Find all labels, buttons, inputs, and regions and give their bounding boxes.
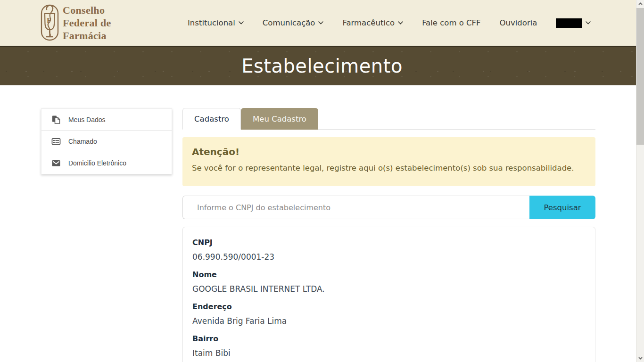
page-title: Estabelecimento <box>241 55 403 77</box>
page: F Conselho Federal de Farmácia Instituci… <box>0 0 644 362</box>
field-label: Endereço <box>192 302 586 311</box>
field-nome: Nome GOOGLE BRASIL INTERNET LTDA. <box>192 270 586 294</box>
field-value: 06.990.590/0001-23 <box>192 252 586 262</box>
sidebar-item-label: Domicilio Eletrônico <box>68 159 126 167</box>
field-bairro: Bairro Itaim Bibi <box>192 334 586 358</box>
scrollbar-thumb[interactable] <box>636 8 644 145</box>
chevron-down-icon <box>398 21 403 25</box>
user-menu[interactable] <box>556 18 591 28</box>
field-value: GOOGLE BRASIL INTERNET LTDA. <box>192 284 586 294</box>
nav-item-farmaceutico[interactable]: Farmacêutico <box>342 18 403 27</box>
cnpj-search-input[interactable] <box>182 196 529 219</box>
header: F Conselho Federal de Farmácia Instituci… <box>0 0 644 46</box>
scroll-down-arrow-icon[interactable] <box>636 354 644 362</box>
field-value: Itaim Bibi <box>192 348 586 358</box>
envelope-icon <box>51 158 61 168</box>
chevron-down-icon <box>239 21 244 25</box>
user-name-redacted <box>556 18 582 28</box>
hero-banner: Estabelecimento <box>0 46 644 85</box>
field-endereco: Endereço Avenida Brig Faria Lima <box>192 302 586 326</box>
field-label: CNPJ <box>192 238 586 247</box>
main-nav: Institucional Comunicação Farmacêutico F… <box>188 0 591 46</box>
brand-name: Conselho Federal de Farmácia <box>63 4 111 42</box>
tab-label: Cadastro <box>194 115 229 123</box>
cnpj-search-row: Pesquisar <box>182 196 595 219</box>
tab-label: Meu Cadastro <box>253 115 306 123</box>
main-content: Cadastro Meu Cadastro Atenção! Se você f… <box>182 108 595 362</box>
brand-line-1: Conselho <box>63 4 111 16</box>
sidebar-item-chamado[interactable]: Chamado <box>41 131 172 152</box>
nav-item-comunicacao[interactable]: Comunicação <box>263 18 324 27</box>
nav-item-label: Institucional <box>188 18 235 27</box>
field-label: Nome <box>192 270 586 279</box>
nav-item-label: Fale com o CFF <box>422 18 480 27</box>
brand-logo[interactable]: F Conselho Federal de Farmácia <box>41 3 111 42</box>
search-button[interactable]: Pesquisar <box>529 196 595 219</box>
alert-title: Atenção! <box>192 146 586 157</box>
chevron-down-icon <box>318 21 323 25</box>
tab-bar: Cadastro Meu Cadastro <box>182 108 595 130</box>
cff-pharmacy-emblem-icon: F <box>41 3 59 42</box>
field-cnpj: CNPJ 06.990.590/0001-23 <box>192 238 586 262</box>
field-value: Avenida Brig Faria Lima <box>192 316 586 326</box>
attention-alert: Atenção! Se você for o representante leg… <box>182 137 595 186</box>
sidebar-item-domicilio-eletronico[interactable]: Domicilio Eletrônico <box>41 152 172 174</box>
copy-documents-icon <box>51 115 61 124</box>
nav-item-label: Ouvidoria <box>500 18 537 27</box>
tab-cadastro[interactable]: Cadastro <box>182 108 241 130</box>
sidebar-item-label: Meus Dados <box>68 116 106 123</box>
nav-item-label: Comunicação <box>263 18 315 27</box>
brand-line-2: Federal de <box>63 16 111 29</box>
vertical-scrollbar[interactable] <box>636 0 644 362</box>
svg-text:F: F <box>47 16 51 25</box>
sidebar-item-label: Chamado <box>68 138 97 145</box>
field-label: Bairro <box>192 334 586 343</box>
list-card-icon <box>51 137 61 146</box>
scroll-up-arrow-icon[interactable] <box>636 0 644 8</box>
nav-item-fale-com-o-cff[interactable]: Fale com o CFF <box>422 18 480 27</box>
nav-item-label: Farmacêutico <box>342 18 395 27</box>
establishment-result-card: CNPJ 06.990.590/0001-23 Nome GOOGLE BRAS… <box>182 227 595 362</box>
nav-item-institucional[interactable]: Institucional <box>188 18 244 27</box>
chevron-down-icon <box>586 21 591 25</box>
tab-meu-cadastro[interactable]: Meu Cadastro <box>241 108 318 130</box>
brand-line-3: Farmácia <box>63 29 111 42</box>
sidebar-menu: Meus Dados Chamado Domicilio Eletrônico <box>41 108 172 174</box>
sidebar-item-meus-dados[interactable]: Meus Dados <box>41 109 172 131</box>
alert-message: Se você for o representante legal, regis… <box>192 164 586 173</box>
nav-item-ouvidoria[interactable]: Ouvidoria <box>500 18 537 27</box>
